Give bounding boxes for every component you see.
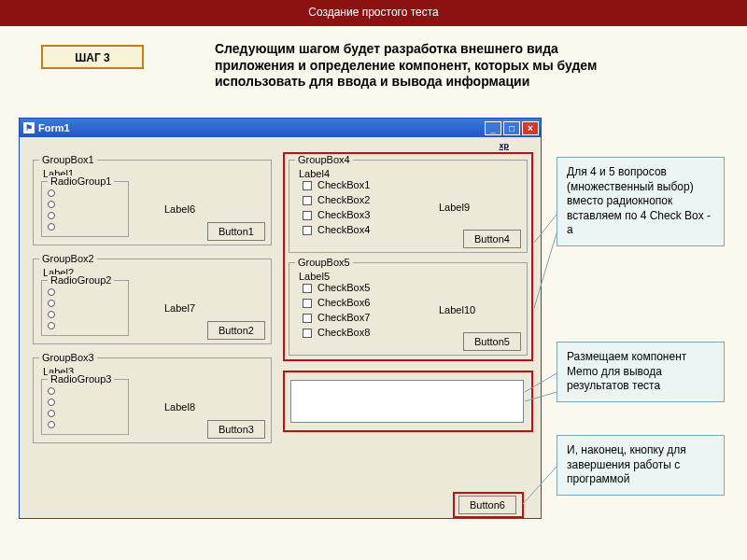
intro-text: Следующим шагом будет разработка внешнег… (215, 41, 607, 91)
app-icon: ⚑ (23, 122, 35, 133)
form-area: xp GroupBox1 Label1 RadioGroup1 Label6 B… (20, 137, 541, 518)
label7: Label7 (164, 302, 195, 314)
checkbox8-label: CheckBox8 (317, 327, 370, 338)
groupbox2: GroupBox2 Label2 RadioGroup2 Label7 Butt… (33, 259, 272, 344)
label5: Label5 (299, 271, 330, 282)
callout-memo: Размещаем компонент Memo для вывода резу… (557, 342, 725, 402)
radio-option[interactable] (48, 399, 55, 406)
groupbox2-title: GroupBox2 (39, 253, 97, 264)
button6[interactable]: Button6 (458, 496, 516, 514)
radio-option[interactable] (48, 387, 55, 395)
checkbox5-label: CheckBox5 (317, 282, 370, 293)
window-title: Form1 (38, 122, 70, 133)
maximize-button[interactable]: □ (503, 121, 520, 135)
button2[interactable]: Button2 (207, 321, 265, 340)
radio-option[interactable] (48, 288, 55, 296)
label4: Label4 (299, 168, 330, 179)
radio-option[interactable] (48, 201, 55, 208)
checkbox8[interactable] (303, 329, 312, 338)
checkbox6-label: CheckBox6 (317, 297, 370, 308)
groupbox3: GroupBox3 Label3 RadioGroup3 Label8 Butt… (33, 357, 272, 443)
checkbox4-label: CheckBox4 (317, 224, 370, 235)
radio-option[interactable] (48, 322, 55, 329)
radiogroup2-title: RadioGroup2 (48, 274, 114, 286)
radio-option[interactable] (48, 300, 55, 307)
radiogroup1-title: RadioGroup1 (48, 175, 114, 187)
form-window: ⚑ Form1 _ □ × xp GroupBox1 Label1 RadioG… (19, 118, 542, 519)
groupbox1-title: GroupBox1 (39, 154, 97, 165)
button5[interactable]: Button5 (463, 332, 521, 351)
radio-option[interactable] (48, 223, 55, 231)
radio-option[interactable] (48, 189, 55, 197)
checkbox3[interactable] (303, 211, 312, 220)
radiogroup3[interactable]: RadioGroup3 (41, 379, 129, 435)
groupbox1: GroupBox1 Label1 RadioGroup1 Label6 Butt… (33, 160, 272, 245)
banner: Создание простого теста (0, 0, 747, 26)
checkbox5[interactable] (303, 284, 312, 293)
checkbox6[interactable] (303, 299, 312, 308)
groupbox5: GroupBox5 Label5 CheckBox5 CheckBox6 Che… (289, 262, 528, 356)
label6: Label6 (164, 203, 195, 215)
groupbox4: GroupBox4 Label4 CheckBox1 CheckBox2 Che… (289, 160, 528, 253)
titlebar: ⚑ Form1 _ □ × (20, 119, 541, 137)
groupbox4-title: GroupBox4 (295, 154, 353, 165)
radiogroup1[interactable]: RadioGroup1 (41, 181, 129, 237)
memo[interactable] (290, 380, 524, 423)
callout-button: И, наконец, кнопку для завершения работы… (557, 435, 725, 496)
button4[interactable]: Button4 (463, 230, 521, 248)
label10: Label10 (439, 304, 475, 315)
label9: Label9 (439, 202, 470, 213)
radio-option[interactable] (48, 410, 55, 417)
button1[interactable]: Button1 (207, 222, 265, 241)
radio-option[interactable] (48, 212, 55, 219)
checkbox2-label: CheckBox2 (317, 194, 370, 205)
checkbox7-label: CheckBox7 (317, 312, 370, 323)
callout-checks: Для 4 и 5 вопросов (множественный выбор)… (557, 157, 725, 246)
checkbox4[interactable] (303, 226, 312, 235)
radiogroup2[interactable]: RadioGroup2 (41, 280, 129, 336)
close-button[interactable]: × (522, 121, 539, 135)
checkbox1-label: CheckBox1 (317, 179, 370, 190)
radiogroup3-title: RadioGroup3 (48, 373, 114, 385)
step-badge: ШАГ 3 (41, 45, 144, 69)
minimize-button[interactable]: _ (485, 121, 501, 135)
label8: Label8 (164, 401, 195, 413)
radio-option[interactable] (48, 421, 55, 428)
xp-manifest-icon: xp (499, 141, 509, 150)
groupbox3-title: GroupBox3 (39, 352, 97, 363)
checkbox7[interactable] (303, 314, 312, 323)
checkbox1[interactable] (303, 181, 312, 190)
radio-option[interactable] (48, 311, 55, 318)
checkbox3-label: CheckBox3 (317, 209, 370, 220)
groupbox5-title: GroupBox5 (295, 257, 353, 268)
checkbox2[interactable] (303, 196, 312, 205)
button3[interactable]: Button3 (207, 420, 265, 439)
